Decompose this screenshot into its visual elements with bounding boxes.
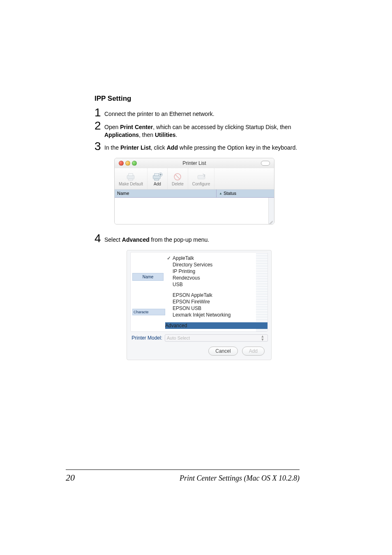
svg-rect-2	[129, 179, 133, 180]
svg-rect-4	[154, 173, 159, 176]
step-number: 1	[95, 107, 104, 118]
page-footer: 20 Print Center Settings (Mac OS X 10.2.…	[66, 469, 300, 483]
resize-handle[interactable]	[268, 218, 273, 223]
cancel-button[interactable]: Cancel	[208, 347, 238, 356]
text: Select	[104, 236, 122, 243]
label: Status	[224, 191, 236, 196]
text: , click	[151, 144, 167, 151]
footer-divider	[66, 469, 300, 470]
printer-default-icon	[125, 172, 136, 182]
label: Configure	[192, 182, 210, 186]
text: In the	[104, 144, 120, 151]
label: Make Default	[119, 182, 143, 186]
configure-button[interactable]: Configure	[188, 168, 214, 189]
step-text: In the Printer List, click Add while pre…	[104, 141, 297, 152]
step-number: 4	[95, 233, 104, 244]
menu-item-rendezvous[interactable]: Rendezvous	[173, 275, 264, 281]
section-heading: IPP Setting	[95, 95, 297, 103]
configure-icon	[196, 172, 207, 182]
term-utilities: Utilities	[155, 132, 176, 138]
add-button[interactable]: Add	[242, 347, 265, 356]
selected-value: Auto Select	[167, 335, 190, 340]
text: while pressing the Option key in the key…	[178, 144, 297, 151]
term-print-center: Print Center	[120, 124, 153, 130]
menu-item-epson-appletalk[interactable]: EPSON AppleTalk	[173, 292, 264, 298]
menu-separator	[173, 318, 264, 322]
menu-separator	[173, 288, 264, 292]
step-4: 4 Select Advanced from the pop-up menu.	[95, 233, 297, 244]
menu-item-appletalk[interactable]: ✓AppleTalk	[173, 255, 264, 261]
text: , which can be accessed by clicking Star…	[153, 124, 291, 130]
step-number: 2	[95, 120, 104, 139]
label: Add	[154, 182, 161, 186]
printer-model-label: Printer Model:	[130, 335, 165, 341]
step-text: Connect the printer to an Ethernet netwo…	[104, 107, 214, 118]
label: AppleTalk	[173, 255, 194, 261]
connection-type-popup[interactable]: ✓AppleTalk Directory Services IP Printin…	[165, 252, 267, 331]
printer-list-window: Printer List Make Default Add Delete Con…	[114, 158, 274, 224]
titlebar: Printer List	[115, 158, 274, 168]
step-2: 2 Open Print Center, which can be access…	[95, 120, 297, 139]
step-text: Open Print Center, which can be accessed…	[104, 120, 297, 139]
printer-list-body[interactable]	[115, 198, 274, 224]
sort-indicator-icon: ▲	[219, 192, 222, 195]
step-text: Select Advanced from the pop-up menu.	[104, 233, 209, 244]
column-headers: Name ▲ Status	[115, 190, 274, 198]
text: .	[176, 132, 178, 138]
page-number: 20	[66, 472, 75, 483]
menu-item-directory-services[interactable]: Directory Services	[173, 261, 264, 268]
window-title: Printer List	[115, 160, 274, 166]
label: Delete	[172, 182, 184, 186]
step-1: 1 Connect the printer to an Ethernet net…	[95, 107, 297, 118]
connection-type-menu: ✓AppleTalk Directory Services IP Printin…	[165, 253, 267, 331]
printer-model-select[interactable]: Auto Select ▲▼	[165, 334, 268, 342]
menu-item-usb[interactable]: USB	[173, 281, 264, 288]
menu-item-epson-firewire[interactable]: EPSON FireWire	[173, 298, 264, 305]
make-default-button[interactable]: Make Default	[115, 168, 148, 189]
updown-icon: ▲▼	[259, 335, 266, 341]
svg-line-8	[175, 175, 180, 179]
term-applications: Applications	[104, 132, 139, 138]
svg-rect-5	[154, 179, 159, 180]
printer-add-icon	[152, 172, 163, 182]
term-printer-list: Printer List	[120, 144, 151, 151]
footer-title: Print Center Settings (Mac OS X 10.2.8)	[180, 474, 300, 483]
text: , then	[139, 132, 155, 138]
column-status[interactable]: ▲ Status	[217, 190, 274, 197]
menu-item-advanced[interactable]: Advanced	[165, 322, 267, 329]
delete-button[interactable]: Delete	[168, 168, 188, 189]
name-column-header[interactable]: Name	[132, 273, 164, 281]
menu-item-lexmark[interactable]: Lexmark Inkjet Networking	[173, 312, 264, 318]
character-set-label: Characte	[132, 309, 165, 315]
step-number: 3	[95, 141, 104, 152]
term-add: Add	[167, 144, 178, 151]
term-advanced: Advanced	[122, 236, 150, 243]
check-icon: ✓	[167, 255, 171, 261]
text: from the pop-up menu.	[150, 236, 210, 243]
add-button[interactable]: Add	[148, 168, 168, 189]
toolbar: Make Default Add Delete Configure	[115, 168, 274, 190]
toolbar-toggle-button[interactable]	[261, 161, 270, 166]
menu-item-epson-usb[interactable]: EPSON USB	[173, 305, 264, 312]
column-name[interactable]: Name	[115, 190, 217, 197]
text: Open	[104, 124, 120, 130]
menu-item-ip-printing[interactable]: IP Printing	[173, 268, 264, 275]
connection-sheet: Name Characte ✓AppleTalk Directory Servi…	[127, 250, 272, 360]
delete-icon	[172, 172, 183, 182]
step-3: 3 In the Printer List, click Add while p…	[95, 141, 297, 152]
svg-rect-1	[129, 173, 133, 176]
